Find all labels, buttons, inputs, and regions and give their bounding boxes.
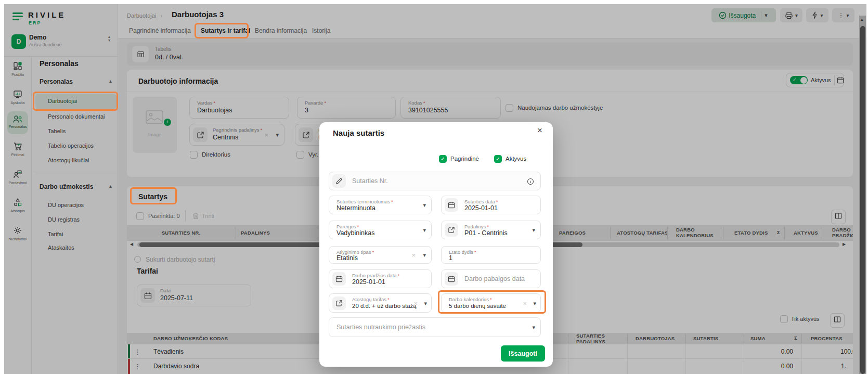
terminuotumas-field[interactable]: Sutarties terminuotumas* Neterminuota ▾ xyxy=(329,196,432,214)
annotation-sidebar-darbuotojai xyxy=(33,92,118,111)
annotation-tab-sutartys-ir-tarifai xyxy=(195,23,249,38)
calendar-icon[interactable] xyxy=(445,272,458,286)
pencil-icon xyxy=(332,174,346,188)
info-icon[interactable] xyxy=(527,178,534,187)
chevron-down-icon[interactable]: ▾ xyxy=(532,324,535,331)
external-link-icon[interactable] xyxy=(332,296,346,310)
etato-dydis-field[interactable]: Etato dydis* 1 xyxy=(441,246,541,264)
chevron-down-icon[interactable]: ▾ xyxy=(423,227,426,234)
modal-title: Nauja sutartis xyxy=(333,128,384,137)
chevron-down-icon[interactable]: ▾ xyxy=(423,202,426,209)
pagrindine-checkbox-label: Pagrindinė xyxy=(450,156,479,162)
darbo-pabaigos-field[interactable]: Darbo pabaigos data xyxy=(441,269,541,288)
calendar-icon[interactable] xyxy=(445,198,458,212)
new-contract-modal: Nauja sutartis × ✓ Pagrindinė ✓ Aktyvus … xyxy=(319,122,553,367)
sutarties-nr-field[interactable]: Sutarties Nr. xyxy=(329,172,541,190)
chevron-down-icon[interactable]: ▾ xyxy=(424,300,427,306)
external-link-icon[interactable] xyxy=(445,223,458,237)
aktyvus-checkbox-label: Aktyvus xyxy=(506,156,526,162)
pagrindine-checkbox[interactable]: ✓ xyxy=(439,155,447,163)
app-window: Darbuotojai › Darbuotojas 3 Pagrindinė i… xyxy=(4,4,866,374)
annotation-darbo-kalendorius xyxy=(438,290,546,314)
atostogu-tarifas-field[interactable]: Atostogų tarifas* 20 d.d. + už darbo sta… xyxy=(329,293,432,313)
sutarties-data-field[interactable]: Sutarties data* 2025-01-01 xyxy=(441,196,541,214)
pareigos-field[interactable]: Pareigos* Vadybininkas ▾ xyxy=(329,221,432,239)
clear-icon[interactable]: × xyxy=(411,251,416,259)
atlyginimo-tipas-field[interactable]: Atlyginimo tipas* Etatinis × ▾ xyxy=(329,246,432,264)
chevron-down-icon[interactable]: ▾ xyxy=(532,227,535,234)
annotation-sutartys-title xyxy=(130,187,177,204)
clear-icon[interactable]: × xyxy=(413,299,418,307)
chevron-down-icon[interactable]: ▾ xyxy=(423,252,426,259)
calendar-icon[interactable] xyxy=(332,272,346,286)
nutraukimo-priezastis-field[interactable]: Sutarties nutraukimo priežastis ▾ xyxy=(329,317,541,337)
aktyvus-checkbox[interactable]: ✓ xyxy=(494,155,502,163)
save-button[interactable]: Išsaugoti xyxy=(501,345,545,362)
close-icon[interactable]: × xyxy=(537,125,542,136)
padalinys-field[interactable]: Padalinys* P01 - Centrinis ▾ xyxy=(441,221,541,239)
darbo-pradzios-field[interactable]: Darbo pradžios data* 2025-01-01 xyxy=(329,269,432,288)
